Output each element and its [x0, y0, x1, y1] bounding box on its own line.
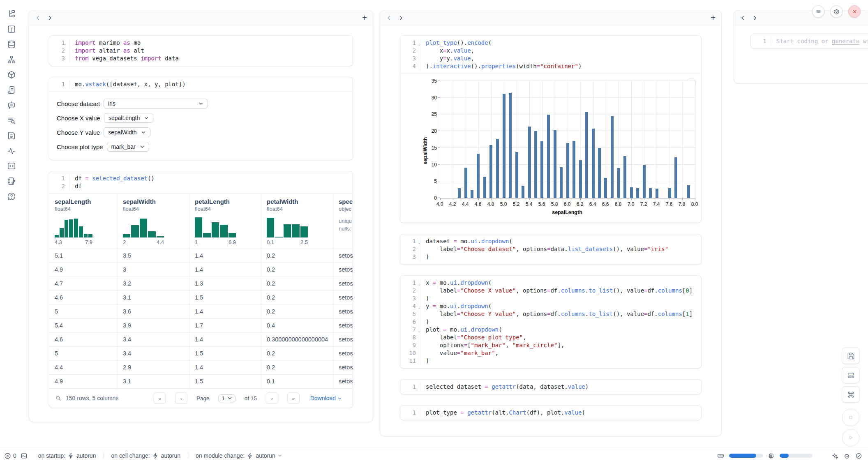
ai-sparkle-button[interactable]: [831, 452, 838, 459]
y-tick-label: 20: [425, 128, 437, 134]
assistant-bot-button[interactable]: [843, 452, 850, 459]
on-cell-change-setting[interactable]: on cell change: autorun: [111, 452, 180, 459]
page-select[interactable]: 1: [218, 394, 235, 402]
table-scroll-area[interactable]: sepalLengthfloat644.37.9sepalWidthfloat6…: [49, 194, 353, 388]
run-button[interactable]: [842, 429, 859, 446]
code-editor[interactable]: 1⌄dataset = mo.ui.dropdown(2 label="Choo…: [400, 234, 701, 264]
x-tick: [682, 198, 683, 200]
histogram-bar: [55, 235, 59, 237]
y-tick: [438, 198, 440, 198]
chart-bar: [458, 188, 461, 198]
control-label: Choose dataset: [57, 100, 100, 107]
datasources-icon[interactable]: [7, 39, 16, 49]
x-tick: [644, 198, 644, 200]
code-editor[interactable]: 1 Start coding or generate with: [751, 34, 868, 48]
x-tick: [504, 198, 504, 200]
on-startup-setting[interactable]: on startup: autorun: [38, 452, 96, 459]
save-button[interactable]: [842, 348, 860, 364]
histogram-bar: [65, 220, 69, 237]
code-text: import marimo as mo: [69, 39, 141, 47]
settings-button[interactable]: [830, 5, 843, 18]
code-line: 9 options=["mark_bar", "mark_circle"],: [400, 341, 701, 349]
add-cell-button[interactable]: +: [362, 14, 367, 22]
control-dropdown[interactable]: iris: [104, 99, 208, 108]
variables-icon[interactable]: f: [7, 24, 16, 34]
x-tick-label: 7.0: [625, 201, 637, 207]
code-editor[interactable]: 1df = selected_dataset()2df: [49, 171, 353, 194]
dependencies-icon[interactable]: [7, 55, 16, 65]
file-explorer-icon[interactable]: [7, 9, 16, 19]
table-cell: 5.4: [49, 319, 117, 332]
next-page-button[interactable]: ›: [266, 392, 278, 404]
connection-status-button[interactable]: [855, 452, 862, 459]
panel-back-button[interactable]: [35, 15, 41, 21]
line-number: 2: [400, 245, 420, 253]
logs-icon[interactable]: [7, 115, 16, 125]
window-controls: [812, 5, 861, 18]
packages-icon[interactable]: [7, 70, 16, 80]
table-cell: 0.2: [261, 291, 333, 304]
keyboard-shortcuts-button[interactable]: [842, 386, 860, 403]
code-editor[interactable]: 1import marimo as mo2import altair as al…: [49, 36, 353, 66]
control-dropdown[interactable]: mark_bar: [107, 142, 149, 152]
first-page-button[interactable]: «: [154, 392, 166, 404]
terminal-icon: [21, 452, 28, 459]
column-header: petalWidthfloat640.12.5: [261, 194, 333, 249]
panel-forward-button[interactable]: [47, 15, 53, 21]
chart-bar: [623, 156, 626, 198]
x-tick-label: 7.8: [676, 201, 688, 207]
y-axis-title: sepalWidth: [422, 137, 428, 165]
generate-link[interactable]: generate: [832, 38, 859, 44]
last-page-button[interactable]: »: [287, 392, 300, 404]
stop-button[interactable]: [842, 409, 859, 426]
chart-bar: [573, 141, 575, 198]
chart-bar: [522, 186, 524, 198]
panel-back-button[interactable]: [386, 15, 392, 21]
y-tick: [438, 181, 440, 181]
code-editor[interactable]: 1selected_dataset = getattr(data, datase…: [400, 380, 701, 394]
chart-plot-area[interactable]: 05101520253035: [440, 81, 695, 198]
column-name: sepalWidth: [123, 198, 189, 205]
control-dropdown[interactable]: sepalLength: [104, 113, 153, 123]
histogram-bar: [157, 236, 164, 237]
x-tick-label: 7.6: [663, 201, 675, 207]
code-text: plot_type = getattr(alt.Chart(df), plot.…: [420, 409, 585, 417]
terminal-button[interactable]: [21, 452, 28, 459]
add-cell-button[interactable]: +: [711, 14, 716, 22]
column-name: sepalLength: [55, 198, 117, 205]
prev-page-button[interactable]: ‹: [175, 392, 187, 404]
help-icon[interactable]: [7, 191, 16, 201]
code-text: ): [420, 357, 429, 365]
panel-forward-button[interactable]: [398, 15, 404, 21]
menu-button[interactable]: [812, 5, 824, 18]
panel-forward-button[interactable]: [752, 15, 758, 21]
close-button[interactable]: [848, 5, 861, 18]
ai-chat-icon[interactable]: [7, 100, 16, 110]
snippets-icon[interactable]: [7, 161, 16, 171]
histogram-bar: [195, 217, 202, 237]
code-editor[interactable]: 1⌄x = mo.ui.dropdown(2 label="Choose X v…: [400, 276, 701, 368]
x-tick: [517, 198, 517, 200]
control-dropdown[interactable]: sepalWidth: [104, 127, 150, 137]
on-module-change-setting[interactable]: on module change: autorun: [196, 452, 282, 459]
code-editor[interactable]: 1⌄plot_type().encode(2 x=x.value,3 y=y.v…: [400, 36, 701, 74]
gridline: [440, 81, 695, 81]
code-editor[interactable]: 1mo.vstack([dataset, x, y, plot]): [49, 77, 353, 92]
download-button[interactable]: Download: [310, 395, 342, 401]
outline-icon[interactable]: [7, 131, 16, 141]
code-line: 2 label="Choose dataset", options=data.l…: [400, 245, 701, 253]
search-icon[interactable]: [55, 395, 62, 401]
scratchpad-icon[interactable]: [7, 176, 16, 186]
panel-back-button[interactable]: [740, 15, 746, 21]
table-cell: 1.4: [189, 361, 261, 374]
layout-button[interactable]: [842, 367, 860, 383]
x-tick: [580, 198, 581, 200]
code-editor[interactable]: 1plot_type = getattr(alt.Chart(df), plot…: [400, 406, 701, 420]
code-text: mo.vstack([dataset, x, y, plot]): [69, 81, 186, 88]
altair-chart-output: ⋯sepalWidth051015202530354.04.24.44.64.8…: [400, 74, 701, 223]
tracing-icon[interactable]: [7, 146, 16, 156]
line-number: 1⌄: [400, 237, 420, 245]
x-tick-label: 5.6: [536, 201, 547, 207]
error-indicator[interactable]: 0: [4, 452, 16, 459]
documentation-icon[interactable]: [7, 85, 16, 95]
